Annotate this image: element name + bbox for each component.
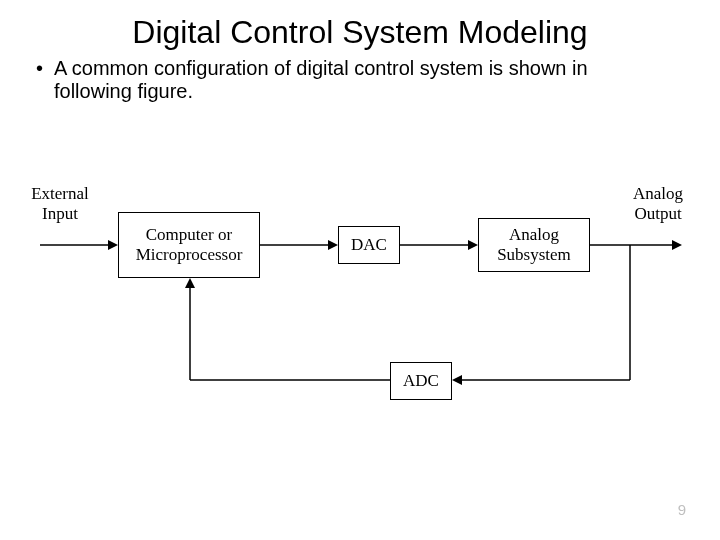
svg-marker-13 xyxy=(185,278,195,288)
svg-marker-3 xyxy=(328,240,338,250)
input-label: ExternalInput xyxy=(26,184,94,223)
block-dac: DAC xyxy=(338,226,400,264)
output-label: AnalogOutput xyxy=(626,184,690,223)
svg-marker-7 xyxy=(672,240,682,250)
block-diagram: ExternalInput AnalogOutput Computer orMi… xyxy=(30,170,690,450)
svg-marker-1 xyxy=(108,240,118,250)
block-adc: ADC xyxy=(390,362,452,400)
slide-title: Digital Control System Modeling xyxy=(0,0,720,55)
bullet-text: A common configuration of digital contro… xyxy=(54,57,668,103)
block-computer: Computer orMicroprocessor xyxy=(118,212,260,278)
block-analog: AnalogSubsystem xyxy=(478,218,590,272)
bullet-marker: • xyxy=(36,57,54,103)
bullet-line: • A common configuration of digital cont… xyxy=(0,55,720,103)
svg-marker-10 xyxy=(452,375,462,385)
page-number: 9 xyxy=(678,501,686,518)
svg-marker-5 xyxy=(468,240,478,250)
